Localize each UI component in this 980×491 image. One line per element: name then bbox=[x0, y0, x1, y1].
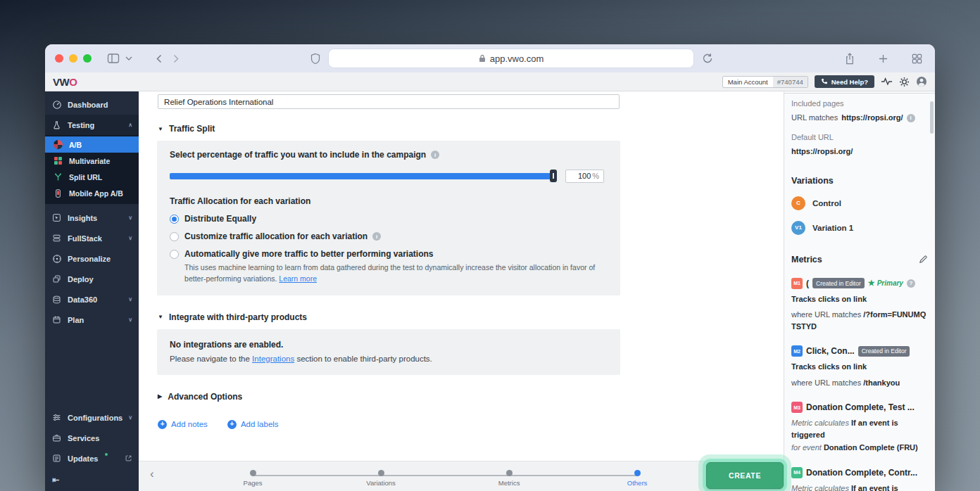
sidebar-item-personalize[interactable]: Personalize bbox=[45, 248, 139, 269]
need-help-button[interactable]: Need Help? bbox=[815, 75, 874, 88]
control-badge: C bbox=[791, 196, 805, 210]
edit-metrics-pencil-icon[interactable] bbox=[919, 255, 928, 264]
info-icon[interactable]: i bbox=[372, 232, 381, 241]
radio-auto-traffic[interactable]: Automatically give more traffic to bette… bbox=[170, 249, 608, 259]
account-switcher[interactable]: Main Account #740744 bbox=[722, 76, 808, 88]
radio-unselected-icon[interactable] bbox=[170, 232, 179, 241]
close-window-button[interactable] bbox=[55, 54, 63, 63]
multivariate-grid-icon bbox=[53, 157, 63, 165]
traffic-split-panel: Select percentage of traffic you want to… bbox=[157, 141, 620, 295]
integrations-panel: No integrations are enabled. Please navi… bbox=[157, 329, 620, 375]
radio-customize-allocation[interactable]: Customize traffic allocation for each va… bbox=[170, 231, 608, 241]
wizard-stepper-bar: ‹ Pages Variations Metrics Others bbox=[139, 461, 784, 491]
collapse-sidebar-icon[interactable]: ⇤ bbox=[52, 475, 59, 485]
app-header: VWO Main Account #740744 Need Help? bbox=[45, 72, 935, 91]
sidebar-item-deploy[interactable]: Deploy bbox=[45, 269, 139, 289]
allocation-label: Traffic Allocation for each variation bbox=[170, 196, 608, 206]
url-text: app.vwo.com bbox=[490, 53, 544, 64]
step-pages[interactable]: Pages bbox=[221, 470, 284, 487]
variation-row-1[interactable]: V1 Variation 1 bbox=[791, 221, 928, 235]
metric-badge: M1 bbox=[791, 278, 803, 289]
no-integrations-title: No integrations are enabled. bbox=[170, 340, 608, 350]
learn-more-link[interactable]: Learn more bbox=[279, 274, 317, 283]
advanced-options-header[interactable]: ▶ Advanced Options bbox=[158, 392, 784, 402]
back-icon[interactable] bbox=[153, 51, 165, 66]
chevron-down-icon: ∨ bbox=[128, 317, 132, 323]
add-labels-button[interactable]: + Add labels bbox=[227, 420, 279, 429]
sidebar-item-fullstack[interactable]: FullStack ∨ bbox=[45, 228, 139, 248]
profile-avatar-icon[interactable] bbox=[916, 76, 927, 87]
sidebar-toggle-icon[interactable] bbox=[104, 50, 122, 67]
traffic-percent-slider[interactable] bbox=[170, 173, 553, 179]
slider-handle[interactable] bbox=[550, 170, 557, 182]
add-notes-button[interactable]: + Add notes bbox=[158, 420, 208, 429]
collapse-triangle-icon: ▼ bbox=[158, 126, 163, 132]
reload-icon[interactable] bbox=[699, 50, 716, 67]
activity-pulse-icon[interactable] bbox=[881, 77, 893, 86]
default-url-label: Default URL bbox=[791, 133, 928, 141]
chevron-down-icon: ∨ bbox=[128, 215, 132, 221]
metric-item[interactable]: M2 Click, Con... Created in Editor Track… bbox=[791, 345, 928, 388]
zoom-window-button[interactable] bbox=[83, 54, 92, 63]
sidebar-item-testing[interactable]: Testing ∧ bbox=[45, 115, 139, 135]
sidebar-item-mobile-app-ab[interactable]: Mobile App A/B bbox=[45, 185, 139, 201]
traffic-percent-value[interactable]: 100 % bbox=[565, 170, 604, 183]
variation-row-control[interactable]: C Control bbox=[791, 196, 928, 210]
tab-overview-icon[interactable] bbox=[909, 51, 925, 67]
help-icon[interactable]: ? bbox=[907, 279, 915, 288]
forward-icon[interactable] bbox=[170, 51, 182, 66]
sidebar-item-services[interactable]: Services bbox=[45, 428, 139, 448]
step-others[interactable]: Others bbox=[605, 470, 669, 487]
metric-badge: M2 bbox=[791, 345, 803, 357]
info-icon[interactable]: i bbox=[431, 151, 439, 159]
metric-badge: M4 bbox=[791, 467, 803, 478]
stepper-back-icon[interactable]: ‹ bbox=[150, 467, 154, 481]
privacy-shield-icon[interactable] bbox=[308, 50, 323, 68]
calendar-icon bbox=[51, 315, 62, 324]
chevron-down-icon: ∨ bbox=[128, 414, 132, 421]
sidebar-item-configurations[interactable]: Configurations ∨ bbox=[45, 407, 139, 428]
sidebar-item-ab[interactable]: A/B bbox=[45, 136, 139, 153]
minimize-window-button[interactable] bbox=[69, 54, 77, 63]
radio-selected-icon[interactable] bbox=[170, 215, 179, 224]
scrollbar-thumb[interactable] bbox=[930, 101, 934, 134]
radio-unselected-icon[interactable] bbox=[170, 250, 179, 259]
slider-label: Select percentage of traffic you want to… bbox=[170, 150, 426, 160]
metrics-title: Metrics bbox=[791, 255, 822, 264]
campaign-name-input[interactable] bbox=[158, 94, 620, 109]
new-tab-icon[interactable] bbox=[876, 51, 891, 66]
sidebar-item-updates[interactable]: Updates bbox=[45, 448, 139, 468]
address-bar[interactable]: app.vwo.com bbox=[329, 49, 693, 68]
integrations-section-header[interactable]: ▼ Integrate with third-party products bbox=[158, 312, 784, 322]
integrations-link[interactable]: Integrations bbox=[252, 355, 294, 363]
step-metrics[interactable]: Metrics bbox=[477, 470, 541, 487]
chevron-down-icon: ∨ bbox=[128, 296, 132, 302]
sidebar-item-multivariate[interactable]: Multivariate bbox=[45, 153, 139, 169]
metric-item[interactable]: M4 Donation Complete, Contr... Metric ca… bbox=[791, 467, 928, 491]
sidebar-item-insights[interactable]: Insights ∨ bbox=[45, 208, 139, 228]
account-name: Main Account bbox=[723, 78, 773, 86]
sidebar-item-split-url[interactable]: Split URL bbox=[45, 169, 139, 185]
sidebar-item-plan[interactable]: Plan ∨ bbox=[45, 310, 139, 330]
tab-group-chevron-icon[interactable] bbox=[122, 53, 135, 63]
variation1-badge: V1 bbox=[791, 221, 805, 235]
primary-metric-flag: ★ Primary bbox=[868, 279, 903, 288]
phone-icon bbox=[821, 78, 828, 85]
chevron-down-icon: ∨ bbox=[128, 235, 132, 241]
vwo-logo[interactable]: VWO bbox=[53, 76, 77, 88]
browser-window: app.vwo.com VWO Main Account #740744 bbox=[45, 44, 935, 491]
metric-item[interactable]: M1 ( Created in Editor ★ Primary ? Track… bbox=[791, 278, 928, 333]
metric-badge: M3 bbox=[791, 402, 803, 413]
share-icon[interactable] bbox=[842, 50, 857, 68]
sidebar-item-dashboard[interactable]: Dashboard bbox=[45, 94, 139, 115]
metric-item[interactable]: M3 Donation Complete, Test ... Metric ca… bbox=[791, 402, 928, 454]
create-button[interactable]: CREATE bbox=[706, 462, 784, 489]
radio-distribute-equally[interactable]: Distribute Equally bbox=[170, 214, 608, 224]
info-icon[interactable]: i bbox=[907, 114, 915, 122]
sidebar-item-data360[interactable]: Data360 ∨ bbox=[45, 289, 139, 310]
step-variations[interactable]: Variations bbox=[349, 470, 413, 487]
mobile-phone-icon bbox=[53, 189, 63, 198]
traffic-split-section-header[interactable]: ▼ Traffic Split bbox=[158, 124, 784, 134]
traffic-lights bbox=[55, 54, 92, 63]
settings-gear-icon[interactable] bbox=[899, 77, 910, 87]
